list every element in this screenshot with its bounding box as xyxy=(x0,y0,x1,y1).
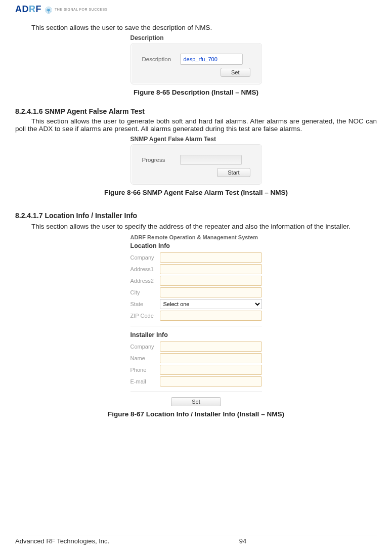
page-footer: Advanced RF Technologies, Inc. 94 xyxy=(15,535,377,545)
company-label: Company xyxy=(130,254,160,261)
snmp-panel-title: SNMP Agent False Alarm Test xyxy=(130,136,262,143)
signal-icon xyxy=(45,6,52,13)
state-label: State xyxy=(130,301,160,307)
description-panel-title: Description xyxy=(130,34,262,41)
divider xyxy=(130,326,262,326)
divider xyxy=(130,392,262,392)
address2-input[interactable] xyxy=(160,276,262,286)
loc-panel-header: ADRF Remote Operation & Management Syste… xyxy=(130,234,262,240)
inst-phone-input[interactable] xyxy=(160,365,262,375)
installer-info-title: Installer Info xyxy=(130,331,262,338)
snmp-panel: SNMP Agent False Alarm Test Progress Sta… xyxy=(130,136,262,185)
figure-67-caption: Figure 8-67 Location Info / Installer In… xyxy=(15,410,377,418)
inst-company-input[interactable] xyxy=(160,341,262,352)
location-set-button[interactable]: Set xyxy=(171,397,221,406)
heading-8-2-4-1-7: 8.2.4.1.7 Location Info / Installer Info xyxy=(15,211,377,220)
inst-email-input[interactable] xyxy=(160,376,262,387)
inst-email-label: E-mail xyxy=(130,378,160,384)
brand-logo: ADRF THE SIGNAL FOR SUCCESS xyxy=(15,4,377,15)
state-select[interactable]: Select one xyxy=(160,299,262,309)
address2-label: Address2 xyxy=(130,278,160,284)
location-section-text: This section allows the user to specify … xyxy=(31,223,377,230)
zip-input[interactable] xyxy=(160,311,262,321)
company-input[interactable] xyxy=(160,252,262,263)
progress-label: Progress xyxy=(142,157,180,163)
start-button[interactable]: Start xyxy=(217,168,250,177)
location-installer-panel: ADRF Remote Operation & Management Syste… xyxy=(130,233,262,406)
snmp-section-text: This section allows the user to generate… xyxy=(15,117,377,133)
footer-company: Advanced RF Technologies, Inc. xyxy=(15,537,109,545)
figure-66-caption: Figure 8-66 SNMP Agent False Alarm Test … xyxy=(15,189,377,196)
inst-name-label: Name xyxy=(130,355,160,361)
zip-label: ZIP Code xyxy=(130,313,160,319)
inst-name-input[interactable] xyxy=(160,353,262,363)
logo-text: ADRF xyxy=(15,4,41,15)
description-label: Description xyxy=(142,56,180,62)
intro-text: This section allows the user to save the… xyxy=(31,24,377,31)
inst-phone-label: Phone xyxy=(130,367,160,373)
address1-input[interactable] xyxy=(160,264,262,274)
inst-company-label: Company xyxy=(130,344,160,350)
city-input[interactable] xyxy=(160,287,262,297)
progress-bar xyxy=(180,155,242,165)
address1-label: Address1 xyxy=(130,266,160,272)
location-info-title: Location Info xyxy=(130,242,262,249)
heading-8-2-4-1-6: 8.2.4.1.6 SNMP Agent False Alarm Test xyxy=(15,107,377,115)
set-button[interactable]: Set xyxy=(221,68,250,77)
city-label: City xyxy=(130,289,160,295)
description-panel: Description Description Set xyxy=(130,34,262,84)
figure-65-caption: Figure 8-65 Description (Install – NMS) xyxy=(15,89,377,96)
description-input[interactable] xyxy=(180,54,243,65)
footer-page: 94 xyxy=(239,537,246,545)
logo-tagline: THE SIGNAL FOR SUCCESS xyxy=(55,8,108,11)
